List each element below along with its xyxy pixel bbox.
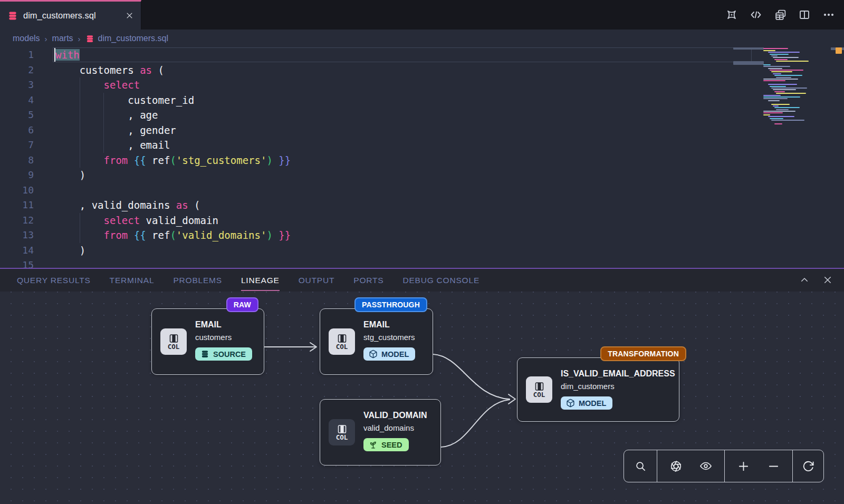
node-badge-seed: SEED [363, 438, 409, 451]
panel-tab-problems[interactable]: PROBLEMS [173, 269, 222, 291]
breadcrumb-separator-icon: › [78, 34, 81, 43]
code-token: ) [55, 169, 85, 181]
code-line-11[interactable]: , valid_domains as ( [55, 198, 291, 213]
minimap[interactable] [763, 47, 810, 125]
minimap-line [763, 114, 770, 115]
minimap-line [763, 80, 785, 81]
code-line-10[interactable] [55, 183, 291, 198]
code-line-15[interactable] [55, 258, 291, 268]
panel-tab-ports[interactable]: PORTS [353, 269, 383, 291]
minimap-line [763, 64, 771, 65]
minimap-line [763, 48, 788, 49]
panel-tab-terminal[interactable]: TERMINAL [110, 269, 155, 291]
minimap-line [770, 86, 786, 87]
minimap-line [774, 91, 785, 92]
column-icon-label: COL [336, 343, 348, 350]
code-token: from [104, 154, 128, 166]
code-token: , age [55, 109, 158, 121]
sprout-icon [369, 440, 378, 449]
lineage-node-dim_customers[interactable]: TRANSFORMATIONCOLIS_VALID_EMAIL_ADDRESSd… [517, 357, 679, 422]
code-token [273, 154, 279, 166]
search-button[interactable] [629, 454, 652, 478]
node-tag-raw: RAW [226, 297, 258, 312]
line-number: 11 [0, 198, 35, 213]
node-badge-label: SOURCE [213, 350, 246, 358]
code-line-14[interactable]: ) [55, 243, 291, 258]
tab-close-icon[interactable] [126, 12, 133, 20]
breadcrumb: models›marts›dim_customers.sql [0, 30, 844, 47]
editor-tab-bar: dim_customers.sql [0, 0, 844, 30]
aperture-button[interactable] [664, 454, 687, 478]
toolbar-group-search [624, 450, 657, 482]
lineage-node-valid_domains[interactable]: COLVALID_DOMAINvalid_domainsSEED [320, 399, 441, 466]
panel-tab-output[interactable]: OUTPUT [299, 269, 335, 291]
minimap-line [763, 82, 810, 83]
database-icon [85, 34, 94, 43]
code-token: select [104, 79, 140, 91]
code-token: as [176, 199, 188, 211]
column-icon: COL [160, 328, 187, 355]
code-token: select [104, 215, 140, 226]
minimap-line [768, 52, 800, 53]
code-line-3[interactable]: select [55, 77, 291, 93]
node-title: EMAIL [363, 319, 415, 331]
text-cursor [54, 48, 55, 62]
code-editor[interactable]: 123456789101112131415 with customers as … [0, 47, 844, 268]
code-token: customer_id [55, 94, 194, 106]
zoom-in-button[interactable] [732, 454, 755, 478]
panel-tab-bar: QUERY RESULTSTERMINALPROBLEMSLINEAGEOUTP… [0, 268, 844, 292]
code-line-7[interactable]: , email [55, 138, 291, 153]
split-editor-button[interactable] [797, 7, 812, 23]
minimap-line [763, 98, 788, 99]
eye-button[interactable] [694, 454, 717, 478]
code-line-8[interactable]: from {{ ref('stg_customers') }} [55, 153, 291, 168]
panel-tab-lineage[interactable]: LINEAGE [241, 269, 280, 291]
minimap-line [771, 120, 804, 121]
minimap-line [771, 104, 790, 105]
code-line-2[interactable]: customers as ( [55, 63, 291, 78]
lineage-canvas[interactable]: RAWCOLEMAILcustomersSOURCEPASSTHROUGHCOL… [0, 292, 844, 504]
lineage-node-stg_customers[interactable]: PASSTHROUGHCOLEMAILstg_customersMODEL [320, 308, 433, 375]
query-results-table-icon[interactable] [772, 7, 788, 23]
code-line-6[interactable]: , gender [55, 123, 291, 138]
panel-tab-query-results[interactable]: QUERY RESULTS [17, 269, 91, 291]
code-token: , valid_domains [55, 199, 176, 211]
app-window: dim_customers.sql [0, 0, 844, 504]
minimap-line [763, 121, 810, 122]
line-number: 7 [0, 138, 35, 153]
code-preview-button[interactable] [748, 7, 764, 23]
column-icon-label: COL [168, 343, 180, 350]
panel-tab-debug-console[interactable]: DEBUG CONSOLE [402, 269, 479, 291]
breadcrumb-item-dim_customers.sql[interactable]: dim_customers.sql [85, 34, 168, 43]
panel-close-button[interactable] [821, 273, 835, 287]
code-token: ( [170, 154, 176, 166]
minimap-line [763, 111, 795, 112]
code-line-12[interactable]: select valid_domain [55, 213, 291, 228]
refresh-button[interactable] [797, 454, 820, 478]
cube-icon [566, 399, 575, 408]
code-line-1[interactable]: with [55, 47, 291, 63]
node-badge-label: MODEL [381, 350, 409, 358]
dbt-logo-button[interactable] [724, 7, 740, 23]
breadcrumb-label: dim_customers.sql [98, 34, 168, 43]
lineage-node-customers[interactable]: RAWCOLEMAILcustomersSOURCE [151, 308, 264, 375]
code-line-5[interactable]: , age [55, 108, 291, 123]
panel-collapse-button[interactable] [798, 273, 811, 287]
code-token: valid_domain [140, 215, 218, 226]
zoom-out-button[interactable] [762, 454, 785, 478]
more-actions-button[interactable] [821, 7, 837, 23]
line-number: 3 [0, 77, 35, 93]
panel-actions [798, 268, 835, 292]
breadcrumb-item-marts[interactable]: marts [52, 34, 73, 43]
code-line-9[interactable]: ) [55, 168, 291, 183]
code-token [55, 215, 104, 226]
node-badge-model: MODEL [363, 347, 415, 361]
code-line-4[interactable]: customer_id [55, 93, 291, 108]
minimap-line [770, 70, 803, 71]
code-token [128, 229, 133, 241]
tab-dim-customers[interactable]: dim_customers.sql [0, 0, 141, 30]
code-line-13[interactable]: from {{ ref('valid_domains') }} [55, 228, 291, 243]
minimap-line [763, 102, 810, 103]
breadcrumb-item-models[interactable]: models [13, 34, 40, 43]
minimap-line [768, 68, 782, 69]
